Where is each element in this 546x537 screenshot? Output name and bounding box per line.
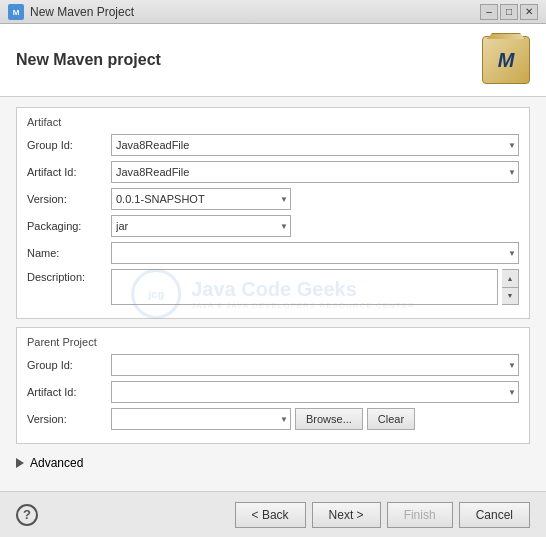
version-row: Version: 0.0.1-SNAPSHOT 1.0.0 1.0.0-SNAP… <box>27 188 519 210</box>
name-wrapper: ▼ <box>111 242 519 264</box>
parent-section-title: Parent Project <box>27 336 519 348</box>
description-label: Description: <box>27 269 107 283</box>
parent-group-id-input[interactable] <box>111 354 519 376</box>
packaging-row: Packaging: jar war pom ear ▼ <box>27 215 519 237</box>
finish-button[interactable]: Finish <box>387 502 453 528</box>
group-id-wrapper: ▼ <box>111 134 519 156</box>
description-row: Description: ▲ ▼ <box>27 269 519 305</box>
title-bar: M New Maven Project – □ ✕ <box>0 0 546 24</box>
parent-artifact-id-input[interactable] <box>111 381 519 403</box>
group-id-row: Group Id: ▼ <box>27 134 519 156</box>
parent-group-id-row: Group Id: ▼ <box>27 354 519 376</box>
parent-version-select[interactable] <box>111 408 291 430</box>
name-row: Name: ▼ <box>27 242 519 264</box>
dialog-title: New Maven project <box>16 51 161 69</box>
close-button[interactable]: ✕ <box>520 4 538 20</box>
cancel-button[interactable]: Cancel <box>459 502 530 528</box>
window-controls: – □ ✕ <box>480 4 538 20</box>
artifact-id-row: Artifact Id: ▼ <box>27 161 519 183</box>
description-spin-down[interactable]: ▼ <box>502 288 518 305</box>
description-input[interactable] <box>111 269 498 305</box>
parent-version-label: Version: <box>27 413 107 425</box>
artifact-section: Artifact Group Id: ▼ Artifact Id: ▼ Ver <box>16 107 530 319</box>
description-spinners: ▲ ▼ <box>502 269 519 305</box>
window-title: New Maven Project <box>30 5 134 19</box>
footer-buttons: < Back Next > Finish Cancel <box>235 502 530 528</box>
parent-project-section: Parent Project Group Id: ▼ Artifact Id: … <box>16 327 530 444</box>
parent-version-row: Version: ▼ Browse... Clear <box>27 408 519 430</box>
dialog-body: New Maven project M jcg Java Code Geeks … <box>0 24 546 537</box>
description-spin-up[interactable]: ▲ <box>502 270 518 288</box>
maven-logo: M <box>482 36 530 84</box>
svg-text:M: M <box>13 8 20 17</box>
back-button[interactable]: < Back <box>235 502 306 528</box>
packaging-label: Packaging: <box>27 220 107 232</box>
dialog-footer: ? < Back Next > Finish Cancel <box>0 491 546 537</box>
parent-artifact-id-row: Artifact Id: ▼ <box>27 381 519 403</box>
version-label: Version: <box>27 193 107 205</box>
name-label: Name: <box>27 247 107 259</box>
advanced-label: Advanced <box>30 456 83 470</box>
app-icon: M <box>8 4 24 20</box>
maximize-button[interactable]: □ <box>500 4 518 20</box>
parent-group-id-label: Group Id: <box>27 359 107 371</box>
help-button[interactable]: ? <box>16 504 38 526</box>
group-id-input[interactable] <box>111 134 519 156</box>
next-button[interactable]: Next > <box>312 502 381 528</box>
browse-button[interactable]: Browse... <box>295 408 363 430</box>
packaging-select[interactable]: jar war pom ear <box>111 215 291 237</box>
clear-button[interactable]: Clear <box>367 408 415 430</box>
dialog-content: jcg Java Code Geeks Java & Java Develope… <box>0 97 546 491</box>
artifact-id-input[interactable] <box>111 161 519 183</box>
name-input[interactable] <box>111 242 519 264</box>
parent-artifact-id-label: Artifact Id: <box>27 386 107 398</box>
parent-version-wrapper: ▼ <box>111 408 291 430</box>
parent-artifact-id-wrapper: ▼ <box>111 381 519 403</box>
packaging-select-wrapper: jar war pom ear ▼ <box>111 215 291 237</box>
artifact-id-label: Artifact Id: <box>27 166 107 178</box>
title-bar-left: M New Maven Project <box>8 4 134 20</box>
dialog-header: New Maven project M <box>0 24 546 97</box>
parent-group-id-wrapper: ▼ <box>111 354 519 376</box>
artifact-section-title: Artifact <box>27 116 519 128</box>
minimize-button[interactable]: – <box>480 4 498 20</box>
group-id-label: Group Id: <box>27 139 107 151</box>
advanced-section[interactable]: Advanced <box>16 452 530 474</box>
advanced-triangle-icon <box>16 458 24 468</box>
version-select-wrapper: 0.0.1-SNAPSHOT 1.0.0 1.0.0-SNAPSHOT ▼ <box>111 188 291 210</box>
artifact-id-wrapper: ▼ <box>111 161 519 183</box>
version-select[interactable]: 0.0.1-SNAPSHOT 1.0.0 1.0.0-SNAPSHOT <box>111 188 291 210</box>
